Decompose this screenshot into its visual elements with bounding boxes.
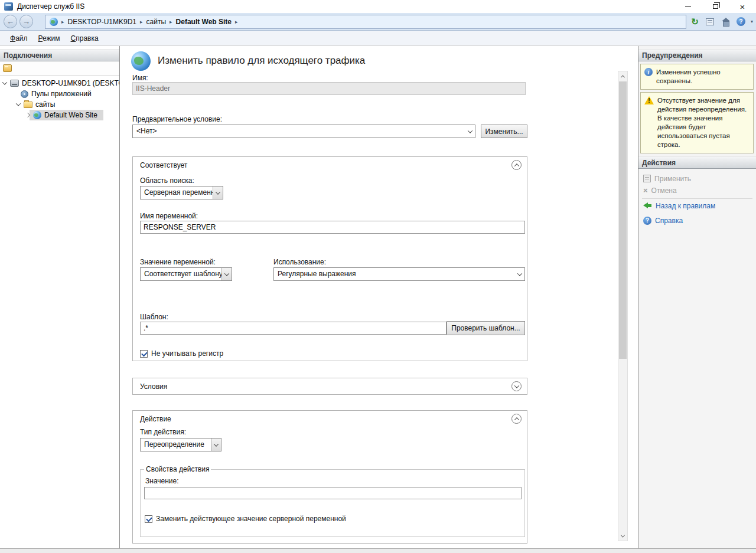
action-properties-legend: Свойства действия <box>144 465 211 473</box>
expander-icon[interactable] <box>16 101 21 106</box>
connections-panel: Подключения DESKTOP-U1MK9D1 (DESKTOP Пул… <box>0 46 120 548</box>
globe-icon <box>50 18 58 26</box>
using-value: Регулярные выражения <box>274 268 524 280</box>
conditions-section: Условия <box>132 378 527 395</box>
breadcrumb-arrow-icon: ▸ <box>170 19 172 25</box>
chevron-down-icon <box>465 125 475 138</box>
checkbox-checked-icon <box>145 515 152 523</box>
tree-label-app-pools: Пулы приложений <box>31 90 92 98</box>
breadcrumb-sites[interactable]: сайты <box>146 18 167 26</box>
scrollbar-thumb[interactable] <box>619 81 627 359</box>
variable-value-label: Значение переменной: <box>140 258 216 266</box>
expander-icon[interactable] <box>2 80 7 84</box>
back-button[interactable]: ← <box>4 15 17 28</box>
tree-row-default-web-site[interactable]: Default Web Site <box>0 110 119 120</box>
home-button[interactable] <box>720 16 731 27</box>
menubar: Файл Режим Справка <box>0 31 756 46</box>
precondition-select[interactable]: <Нет> <box>132 125 475 138</box>
messages-button[interactable] <box>705 16 716 27</box>
back-to-rules-action[interactable]: Назад к правилам <box>638 200 756 212</box>
help-action[interactable]: ? Справка <box>638 215 756 227</box>
chevron-down-icon <box>621 533 625 537</box>
forward-button[interactable]: → <box>19 15 33 28</box>
action-properties-group: Свойства действия Значение: Заменить дей… <box>140 465 525 537</box>
tree-row-sites[interactable]: сайты <box>0 99 119 110</box>
menu-file[interactable]: Файл <box>5 32 33 44</box>
chevron-down-icon <box>514 268 524 280</box>
chevron-down-icon <box>213 186 223 199</box>
selected-tree-item[interactable]: Default Web Site <box>30 110 103 120</box>
scope-select[interactable]: Серверная переменн <box>140 186 223 199</box>
breadcrumb-arrow-icon: ▸ <box>140 19 143 25</box>
collapse-match-button[interactable] <box>511 160 522 170</box>
help-caret-icon[interactable]: ▾ <box>751 19 753 24</box>
ignore-case-checkbox[interactable]: Не учитывать регистр <box>140 349 223 358</box>
tree-row-server[interactable]: DESKTOP-U1MK9D1 (DESKTOP <box>0 78 119 89</box>
home-icon <box>722 18 729 25</box>
variable-name-input[interactable] <box>140 221 525 234</box>
minimize-button[interactable] <box>674 0 702 13</box>
scroll-up-button[interactable] <box>618 71 627 81</box>
page-globe-icon <box>131 51 151 71</box>
restore-button[interactable] <box>702 0 729 13</box>
sites-folder-icon <box>24 102 32 108</box>
tree-label-default-web-site: Default Web Site <box>44 111 97 119</box>
actions-separator <box>642 198 752 199</box>
apply-icon <box>643 175 651 182</box>
minimize-icon <box>685 6 691 7</box>
using-label: Использование: <box>273 258 326 266</box>
name-label: Имя: <box>132 74 148 82</box>
back-arrow-icon <box>643 202 652 209</box>
breadcrumb-default-web-site[interactable]: Default Web Site <box>176 18 232 26</box>
info-alert-text: Изменения успешно сохранены. <box>656 68 750 86</box>
breadcrumb: ▸ DESKTOP-U1MK9D1 ▸ сайты ▸ Default Web … <box>45 15 686 29</box>
window-title: Диспетчер служб IIS <box>17 2 84 11</box>
chevron-down-icon <box>211 439 221 451</box>
test-pattern-button[interactable]: Проверить шаблон... <box>447 321 525 335</box>
scroll-down-button[interactable] <box>618 531 627 541</box>
chevron-up-icon <box>514 163 519 168</box>
value-input[interactable] <box>144 487 522 499</box>
breadcrumb-arrow-icon: ▸ <box>235 19 238 25</box>
breadcrumb-server[interactable]: DESKTOP-U1MK9D1 <box>68 18 136 26</box>
refresh-button[interactable]: ↻ <box>689 16 700 27</box>
using-select[interactable]: Регулярные выражения <box>273 267 525 281</box>
connections-toolbar <box>0 61 119 76</box>
replace-existing-checkbox[interactable]: Заменить действующее значение серверной … <box>145 515 346 523</box>
match-section-title: Соответствует <box>140 161 187 169</box>
actions-panel: Предупреждения i Изменения успешно сохра… <box>638 46 756 548</box>
action-type-value: Переопределение <box>141 439 221 451</box>
precondition-label: Предварительное условие: <box>132 115 222 123</box>
replace-existing-label: Заменить действующее значение серверной … <box>156 515 346 523</box>
apply-action: Применить <box>638 173 756 185</box>
help-button[interactable]: ? <box>735 16 747 27</box>
collapse-action-button[interactable] <box>511 414 522 424</box>
cancel-icon: × <box>643 186 648 194</box>
expand-conditions-button[interactable] <box>511 381 522 391</box>
info-alert: i Изменения успешно сохранены. <box>640 64 754 90</box>
menu-help[interactable]: Справка <box>66 32 104 44</box>
name-input <box>132 82 526 95</box>
vertical-scrollbar[interactable] <box>618 71 628 541</box>
help-label: Справка <box>655 217 683 225</box>
menu-view[interactable]: Режим <box>33 32 66 44</box>
forward-arrow-icon: → <box>22 17 30 26</box>
chevron-up-icon <box>514 417 519 422</box>
checkbox-checked-icon <box>140 350 148 358</box>
tree-label-server: DESKTOP-U1MK9D1 (DESKTOP <box>22 79 120 87</box>
site-globe-icon <box>33 111 41 119</box>
connections-toolbar-icon[interactable] <box>3 64 12 72</box>
action-type-select[interactable]: Переопределение <box>140 438 221 451</box>
match-section: Соответствует Область поиска: Серверная … <box>132 156 527 361</box>
connections-tree: DESKTOP-U1MK9D1 (DESKTOP Пулы приложений… <box>0 76 119 120</box>
edit-precondition-button[interactable]: Изменить... <box>481 125 527 138</box>
window-bottom-edge <box>0 548 756 549</box>
server-icon <box>10 80 19 87</box>
titlebar: Диспетчер служб IIS × <box>0 0 756 13</box>
cancel-label: Отмена <box>651 186 677 195</box>
variable-value-select[interactable]: Соответствует шаблону <box>140 267 232 281</box>
pattern-input[interactable] <box>140 322 447 335</box>
variable-value-value: Соответствует шаблону <box>141 268 232 280</box>
tree-row-app-pools[interactable]: Пулы приложений <box>0 89 119 99</box>
close-button[interactable]: × <box>729 0 756 13</box>
